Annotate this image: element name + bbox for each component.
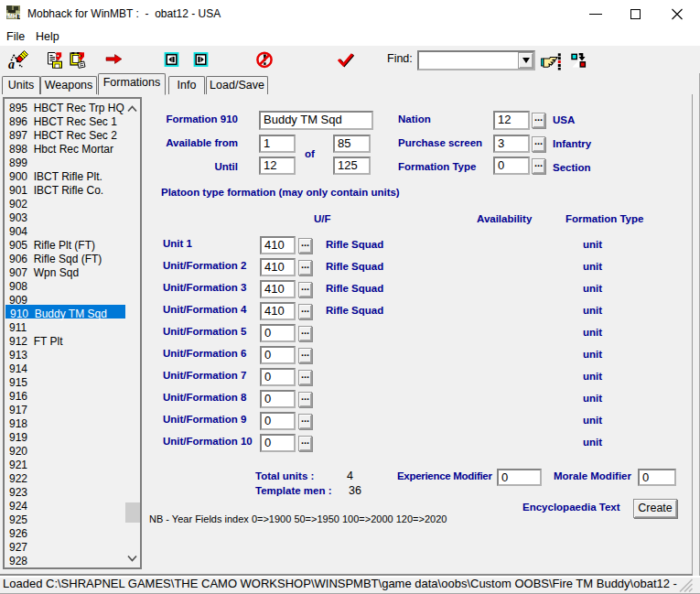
svg-text:MHT: MHT: [7, 13, 20, 19]
